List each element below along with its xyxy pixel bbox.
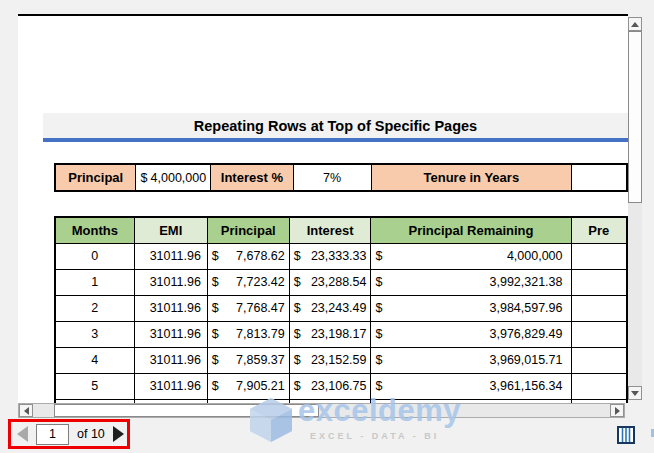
amortization-table: Months EMI Principal Interest Principal … xyxy=(54,216,628,403)
cell-interest: $23,198.17 xyxy=(289,321,371,347)
cell-interest: $23,288.54 xyxy=(289,269,371,295)
cell-remaining: $3,976,829.49 xyxy=(371,321,571,347)
scroll-down-button[interactable] xyxy=(628,386,642,400)
table-row: 0 31011.96 $7,678.62 $23,333.33 $4,000,0… xyxy=(55,243,627,269)
cell-remaining: $3,984,597.96 xyxy=(371,295,571,321)
cell-interest: $23,243.49 xyxy=(289,295,371,321)
cell-emi: 31011.96 xyxy=(134,295,207,321)
cell-principal: $7,678.62 xyxy=(207,243,289,269)
interest-value: 7% xyxy=(293,164,371,191)
cell-pre xyxy=(571,373,627,399)
print-preview-window: Repeating Rows at Top of Specific Pages … xyxy=(0,0,654,453)
vertical-scrollbar[interactable] xyxy=(628,17,642,400)
cell-months: 1 xyxy=(55,269,134,295)
currency-symbol: $ xyxy=(140,171,147,185)
table-row: Principal $4,000,000 Interest % 7% Tenur… xyxy=(55,164,627,191)
scroll-right-button[interactable] xyxy=(610,404,624,417)
cell-emi: 31011.96 xyxy=(134,243,207,269)
col-header-pre: Pre xyxy=(571,217,627,243)
cell-remaining: $3,961,156.34 xyxy=(371,373,571,399)
cell-principal: $7,859.37 xyxy=(207,347,289,373)
cell-pre xyxy=(571,269,627,295)
col-header-principal: Principal xyxy=(207,217,289,243)
table-row: 1 31011.96 $7,723.42 $23,288.54 $3,992,3… xyxy=(55,269,627,295)
interest-label: Interest % xyxy=(211,164,293,191)
col-header-months: Months xyxy=(55,217,134,243)
tenure-value xyxy=(571,164,627,191)
next-page-button[interactable] xyxy=(113,426,124,442)
cell-pre xyxy=(571,347,627,373)
cell-pre xyxy=(571,243,627,269)
principal-label: Principal xyxy=(55,164,136,191)
table-row: 3 31011.96 $7,813.79 $23,198.17 $3,976,8… xyxy=(55,321,627,347)
scroll-up-button[interactable] xyxy=(628,17,642,31)
cell-remaining: $4,000,000 xyxy=(371,243,571,269)
arrow-down-icon xyxy=(631,391,639,396)
show-margins-button[interactable] xyxy=(617,426,635,444)
cell-months: 0 xyxy=(55,243,134,269)
cell-interest: $23,106.75 xyxy=(289,373,371,399)
principal-value: $4,000,000 xyxy=(136,164,211,191)
cell-remaining: $3,969,015.71 xyxy=(371,347,571,373)
cell-principal: $7,905.21 xyxy=(207,373,289,399)
cell-interest: $23,333.33 xyxy=(289,243,371,269)
arrow-right-icon xyxy=(615,407,620,415)
col-header-interest: Interest xyxy=(289,217,371,243)
cell-principal: $7,723.42 xyxy=(207,269,289,295)
previous-page-button[interactable] xyxy=(17,426,28,442)
loan-parameters-table: Principal $4,000,000 Interest % 7% Tenur… xyxy=(54,163,628,192)
col-header-emi: EMI xyxy=(134,217,207,243)
cell-months: 5 xyxy=(55,373,134,399)
cell-remaining: $3,992,321.38 xyxy=(371,269,571,295)
cell-emi: 31011.96 xyxy=(134,347,207,373)
cell-emi: 31011.96 xyxy=(134,269,207,295)
cell-interest: $23,152.59 xyxy=(289,347,371,373)
cell-months: 4 xyxy=(55,347,134,373)
cell-pre xyxy=(571,295,627,321)
cell-pre xyxy=(571,321,627,347)
vertical-scrollbar-thumb[interactable] xyxy=(628,31,642,203)
cell-emi: 31011.96 xyxy=(134,373,207,399)
table-row: 2 31011.96 $7,768.47 $23,243.49 $3,984,5… xyxy=(55,295,627,321)
preview-page: Repeating Rows at Top of Specific Pages … xyxy=(18,16,628,403)
page-count-label: of 10 xyxy=(77,427,105,441)
table-row: 4 31011.96 $7,859.37 $23,152.59 $3,969,0… xyxy=(55,347,627,373)
page-number-input[interactable] xyxy=(36,424,69,445)
cell-principal: $7,768.47 xyxy=(207,295,289,321)
cell-emi: 31011.96 xyxy=(134,321,207,347)
col-header-remaining: Principal Remaining xyxy=(371,217,571,243)
tenure-label: Tenure in Years xyxy=(371,164,571,191)
pager-highlight-box: of 10 xyxy=(8,419,130,449)
watermark-tagline-text: EXCEL - DATA - BI xyxy=(310,431,439,441)
table-row: 5 31011.96 $7,905.21 $23,106.75 $3,961,1… xyxy=(55,373,627,399)
cell-months: 2 xyxy=(55,295,134,321)
page-title: Repeating Rows at Top of Specific Pages xyxy=(43,113,628,138)
scroll-left-button[interactable] xyxy=(19,404,33,417)
title-underline xyxy=(43,138,628,142)
cell-principal: $7,813.79 xyxy=(207,321,289,347)
arrow-up-icon xyxy=(631,22,639,27)
cell-months: 3 xyxy=(55,321,134,347)
arrow-left-icon xyxy=(24,407,29,415)
horizontal-scrollbar-thumb[interactable] xyxy=(54,404,319,417)
table-header-row: Months EMI Principal Interest Principal … xyxy=(55,217,627,243)
horizontal-scrollbar[interactable] xyxy=(18,403,625,418)
